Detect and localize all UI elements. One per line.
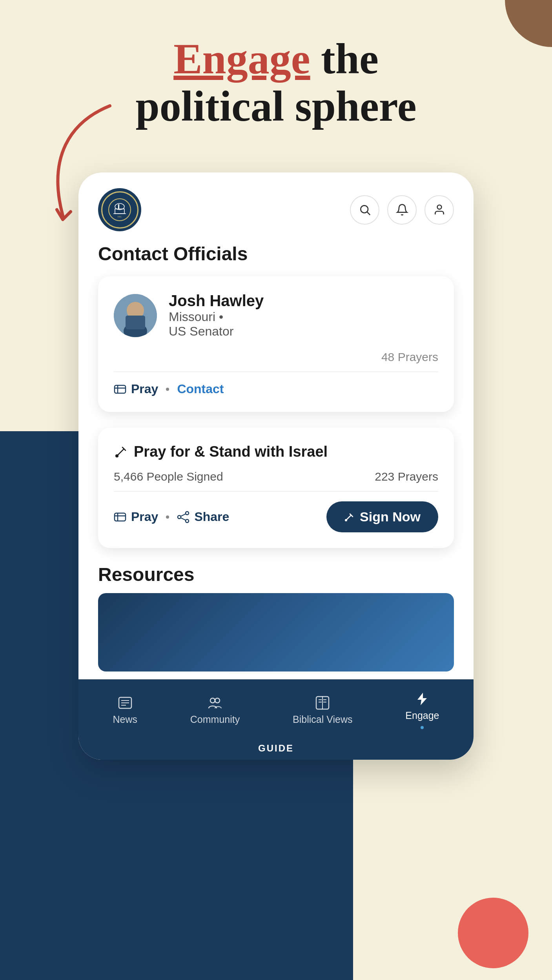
- search-button[interactable]: [350, 195, 379, 225]
- profile-icon: [433, 203, 446, 216]
- profile-button[interactable]: [424, 195, 454, 225]
- petition-pray-icon: [114, 511, 126, 523]
- card-divider: [114, 372, 438, 372]
- svg-point-7: [361, 205, 368, 213]
- svg-point-22: [178, 515, 181, 519]
- share-button[interactable]: Share: [177, 510, 229, 524]
- people-signed: 5,466 People Signed: [114, 470, 223, 483]
- nav-item-engage[interactable]: Engage: [405, 691, 439, 729]
- engage-icon: [414, 691, 430, 707]
- sign-icon: [344, 512, 355, 523]
- official-name: Josh Hawley: [169, 292, 264, 310]
- svg-rect-18: [115, 513, 126, 521]
- phone-header: FRC: [98, 188, 454, 243]
- official-title: US Senator: [169, 324, 264, 339]
- bell-icon: [396, 203, 408, 216]
- decorative-coral-circle: [458, 898, 528, 968]
- petition-pray-button[interactable]: Pray: [114, 510, 158, 524]
- contact-officials-title: Contact Officials: [98, 243, 454, 265]
- pray-button[interactable]: Pray: [114, 382, 158, 396]
- svg-point-31: [210, 698, 215, 703]
- svg-line-25: [181, 518, 186, 520]
- news-icon: [117, 695, 133, 711]
- svg-text:FRC: FRC: [118, 216, 122, 218]
- svg-line-8: [367, 212, 370, 215]
- nav-label-engage: Engage: [405, 710, 439, 721]
- action-separator: [166, 388, 169, 391]
- petition-actions: Pray Share: [114, 501, 438, 532]
- official-card: Josh Hawley Missouri • US Senator 48 Pra…: [98, 276, 454, 412]
- frc-logo: FRC: [98, 188, 141, 231]
- pray-icon: [114, 383, 126, 396]
- svg-point-5: [118, 204, 120, 206]
- frc-logo-svg: FRC: [108, 198, 131, 221]
- svg-rect-4: [118, 206, 119, 209]
- notifications-button[interactable]: [387, 195, 417, 225]
- engage-word: Engage: [173, 35, 310, 83]
- prayers-count: 48 Prayers: [114, 350, 438, 364]
- official-portrait: [114, 294, 157, 337]
- nav-item-biblical-views[interactable]: Biblical Views: [293, 695, 352, 725]
- petition-icon: [114, 445, 128, 459]
- official-location: Missouri •: [169, 310, 264, 324]
- svg-point-17: [115, 454, 118, 457]
- svg-point-23: [186, 519, 189, 523]
- phone-mockup: FRC: [78, 172, 474, 760]
- official-info: Josh Hawley Missouri • US Senator: [114, 292, 438, 339]
- svg-point-9: [437, 205, 441, 209]
- petition-prayers: 223 Prayers: [375, 470, 438, 483]
- nav-label-news: News: [113, 714, 137, 725]
- petition-title: Pray for & Stand with Israel: [114, 443, 438, 460]
- petition-card: Pray for & Stand with Israel 5,466 Peopl…: [98, 428, 454, 548]
- petition-stats: 5,466 People Signed 223 Prayers: [114, 470, 438, 483]
- share-icon: [177, 511, 189, 523]
- card-actions: Pray Contact: [114, 382, 438, 396]
- biblical-views-icon: [315, 695, 330, 711]
- resources-preview: [98, 593, 454, 671]
- community-icon: [207, 695, 223, 711]
- active-nav-indicator: [421, 726, 424, 729]
- petition-divider: [114, 491, 438, 492]
- svg-line-24: [181, 514, 186, 516]
- official-avatar: [114, 294, 157, 337]
- resources-title: Resources: [98, 564, 454, 585]
- search-icon: [359, 203, 371, 216]
- guide-label: GUIDE: [78, 737, 474, 760]
- nav-label-community: Community: [190, 714, 240, 725]
- official-details: Josh Hawley Missouri • US Senator: [169, 292, 264, 339]
- svg-rect-13: [126, 316, 145, 329]
- nav-item-news[interactable]: News: [113, 695, 137, 725]
- nav-item-community[interactable]: Community: [190, 695, 240, 725]
- svg-point-32: [215, 698, 220, 703]
- svg-point-26: [345, 519, 347, 521]
- bottom-nav: News Community: [78, 679, 474, 737]
- petition-separator-1: [166, 515, 169, 519]
- phone-container: FRC: [78, 172, 474, 760]
- contact-button[interactable]: Contact: [177, 382, 224, 396]
- svg-rect-14: [115, 385, 126, 393]
- svg-point-21: [186, 512, 189, 515]
- header-icon-group: [350, 195, 454, 225]
- nav-label-biblical-views: Biblical Views: [293, 714, 352, 725]
- sign-now-button[interactable]: Sign Now: [326, 501, 438, 532]
